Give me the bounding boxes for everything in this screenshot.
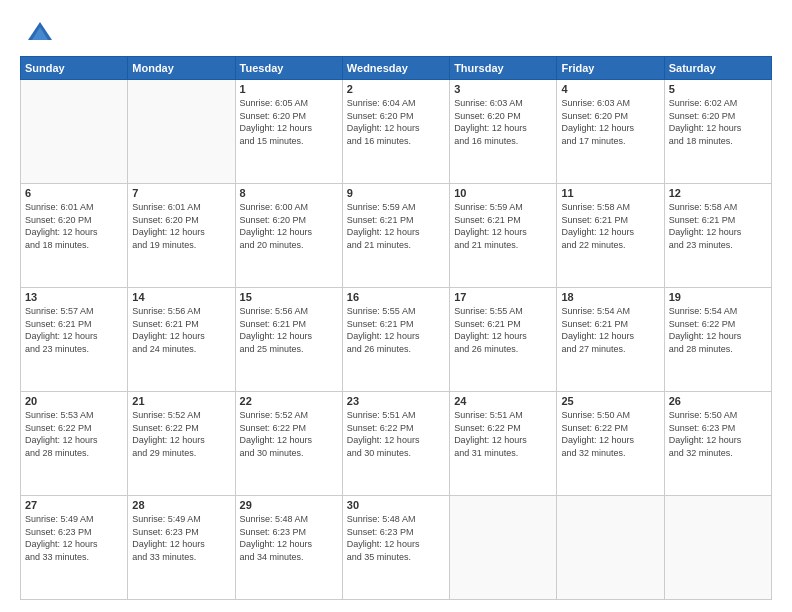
calendar-cell: 11Sunrise: 5:58 AM Sunset: 6:21 PM Dayli… bbox=[557, 184, 664, 288]
day-number: 17 bbox=[454, 291, 552, 303]
day-info: Sunrise: 5:57 AM Sunset: 6:21 PM Dayligh… bbox=[25, 305, 123, 355]
header bbox=[20, 18, 772, 46]
calendar-cell: 1Sunrise: 6:05 AM Sunset: 6:20 PM Daylig… bbox=[235, 80, 342, 184]
day-number: 14 bbox=[132, 291, 230, 303]
day-info: Sunrise: 5:53 AM Sunset: 6:22 PM Dayligh… bbox=[25, 409, 123, 459]
day-info: Sunrise: 6:01 AM Sunset: 6:20 PM Dayligh… bbox=[25, 201, 123, 251]
weekday-header-row: SundayMondayTuesdayWednesdayThursdayFrid… bbox=[21, 57, 772, 80]
calendar-cell: 17Sunrise: 5:55 AM Sunset: 6:21 PM Dayli… bbox=[450, 288, 557, 392]
weekday-header-thursday: Thursday bbox=[450, 57, 557, 80]
calendar-cell: 30Sunrise: 5:48 AM Sunset: 6:23 PM Dayli… bbox=[342, 496, 449, 600]
day-number: 28 bbox=[132, 499, 230, 511]
weekday-header-wednesday: Wednesday bbox=[342, 57, 449, 80]
day-info: Sunrise: 6:03 AM Sunset: 6:20 PM Dayligh… bbox=[561, 97, 659, 147]
day-info: Sunrise: 5:48 AM Sunset: 6:23 PM Dayligh… bbox=[347, 513, 445, 563]
day-number: 7 bbox=[132, 187, 230, 199]
day-number: 30 bbox=[347, 499, 445, 511]
day-number: 16 bbox=[347, 291, 445, 303]
page: SundayMondayTuesdayWednesdayThursdayFrid… bbox=[0, 0, 792, 612]
calendar-cell: 25Sunrise: 5:50 AM Sunset: 6:22 PM Dayli… bbox=[557, 392, 664, 496]
calendar-cell: 23Sunrise: 5:51 AM Sunset: 6:22 PM Dayli… bbox=[342, 392, 449, 496]
day-info: Sunrise: 5:59 AM Sunset: 6:21 PM Dayligh… bbox=[454, 201, 552, 251]
calendar-cell: 8Sunrise: 6:00 AM Sunset: 6:20 PM Daylig… bbox=[235, 184, 342, 288]
day-info: Sunrise: 5:50 AM Sunset: 6:23 PM Dayligh… bbox=[669, 409, 767, 459]
weekday-header-friday: Friday bbox=[557, 57, 664, 80]
day-info: Sunrise: 5:55 AM Sunset: 6:21 PM Dayligh… bbox=[454, 305, 552, 355]
day-info: Sunrise: 5:54 AM Sunset: 6:22 PM Dayligh… bbox=[669, 305, 767, 355]
day-number: 4 bbox=[561, 83, 659, 95]
calendar-cell bbox=[450, 496, 557, 600]
day-number: 26 bbox=[669, 395, 767, 407]
day-info: Sunrise: 5:58 AM Sunset: 6:21 PM Dayligh… bbox=[561, 201, 659, 251]
day-number: 27 bbox=[25, 499, 123, 511]
weekday-header-tuesday: Tuesday bbox=[235, 57, 342, 80]
day-number: 6 bbox=[25, 187, 123, 199]
day-number: 11 bbox=[561, 187, 659, 199]
calendar-cell: 14Sunrise: 5:56 AM Sunset: 6:21 PM Dayli… bbox=[128, 288, 235, 392]
day-info: Sunrise: 5:51 AM Sunset: 6:22 PM Dayligh… bbox=[454, 409, 552, 459]
calendar-table: SundayMondayTuesdayWednesdayThursdayFrid… bbox=[20, 56, 772, 600]
calendar-cell: 28Sunrise: 5:49 AM Sunset: 6:23 PM Dayli… bbox=[128, 496, 235, 600]
calendar-cell: 21Sunrise: 5:52 AM Sunset: 6:22 PM Dayli… bbox=[128, 392, 235, 496]
day-number: 10 bbox=[454, 187, 552, 199]
day-info: Sunrise: 5:51 AM Sunset: 6:22 PM Dayligh… bbox=[347, 409, 445, 459]
calendar-cell: 7Sunrise: 6:01 AM Sunset: 6:20 PM Daylig… bbox=[128, 184, 235, 288]
day-number: 13 bbox=[25, 291, 123, 303]
day-info: Sunrise: 6:01 AM Sunset: 6:20 PM Dayligh… bbox=[132, 201, 230, 251]
day-info: Sunrise: 6:05 AM Sunset: 6:20 PM Dayligh… bbox=[240, 97, 338, 147]
day-info: Sunrise: 5:49 AM Sunset: 6:23 PM Dayligh… bbox=[25, 513, 123, 563]
weekday-header-saturday: Saturday bbox=[664, 57, 771, 80]
calendar-cell bbox=[21, 80, 128, 184]
day-info: Sunrise: 5:58 AM Sunset: 6:21 PM Dayligh… bbox=[669, 201, 767, 251]
day-info: Sunrise: 5:54 AM Sunset: 6:21 PM Dayligh… bbox=[561, 305, 659, 355]
day-info: Sunrise: 5:56 AM Sunset: 6:21 PM Dayligh… bbox=[132, 305, 230, 355]
day-number: 5 bbox=[669, 83, 767, 95]
day-info: Sunrise: 6:03 AM Sunset: 6:20 PM Dayligh… bbox=[454, 97, 552, 147]
calendar-cell: 2Sunrise: 6:04 AM Sunset: 6:20 PM Daylig… bbox=[342, 80, 449, 184]
day-number: 2 bbox=[347, 83, 445, 95]
day-info: Sunrise: 6:04 AM Sunset: 6:20 PM Dayligh… bbox=[347, 97, 445, 147]
calendar-cell: 16Sunrise: 5:55 AM Sunset: 6:21 PM Dayli… bbox=[342, 288, 449, 392]
day-number: 15 bbox=[240, 291, 338, 303]
day-number: 25 bbox=[561, 395, 659, 407]
logo bbox=[20, 18, 54, 46]
day-number: 12 bbox=[669, 187, 767, 199]
calendar-cell: 26Sunrise: 5:50 AM Sunset: 6:23 PM Dayli… bbox=[664, 392, 771, 496]
day-info: Sunrise: 5:48 AM Sunset: 6:23 PM Dayligh… bbox=[240, 513, 338, 563]
calendar-cell: 13Sunrise: 5:57 AM Sunset: 6:21 PM Dayli… bbox=[21, 288, 128, 392]
calendar-cell: 12Sunrise: 5:58 AM Sunset: 6:21 PM Dayli… bbox=[664, 184, 771, 288]
calendar-cell: 22Sunrise: 5:52 AM Sunset: 6:22 PM Dayli… bbox=[235, 392, 342, 496]
day-info: Sunrise: 5:52 AM Sunset: 6:22 PM Dayligh… bbox=[132, 409, 230, 459]
day-info: Sunrise: 5:59 AM Sunset: 6:21 PM Dayligh… bbox=[347, 201, 445, 251]
day-number: 1 bbox=[240, 83, 338, 95]
calendar-week-4: 20Sunrise: 5:53 AM Sunset: 6:22 PM Dayli… bbox=[21, 392, 772, 496]
calendar-week-2: 6Sunrise: 6:01 AM Sunset: 6:20 PM Daylig… bbox=[21, 184, 772, 288]
weekday-header-sunday: Sunday bbox=[21, 57, 128, 80]
calendar-cell: 18Sunrise: 5:54 AM Sunset: 6:21 PM Dayli… bbox=[557, 288, 664, 392]
calendar-cell: 27Sunrise: 5:49 AM Sunset: 6:23 PM Dayli… bbox=[21, 496, 128, 600]
weekday-header-monday: Monday bbox=[128, 57, 235, 80]
day-info: Sunrise: 5:52 AM Sunset: 6:22 PM Dayligh… bbox=[240, 409, 338, 459]
day-number: 3 bbox=[454, 83, 552, 95]
day-info: Sunrise: 6:00 AM Sunset: 6:20 PM Dayligh… bbox=[240, 201, 338, 251]
day-info: Sunrise: 5:55 AM Sunset: 6:21 PM Dayligh… bbox=[347, 305, 445, 355]
day-number: 19 bbox=[669, 291, 767, 303]
calendar-week-3: 13Sunrise: 5:57 AM Sunset: 6:21 PM Dayli… bbox=[21, 288, 772, 392]
calendar-cell: 5Sunrise: 6:02 AM Sunset: 6:20 PM Daylig… bbox=[664, 80, 771, 184]
day-info: Sunrise: 5:49 AM Sunset: 6:23 PM Dayligh… bbox=[132, 513, 230, 563]
day-number: 22 bbox=[240, 395, 338, 407]
day-number: 29 bbox=[240, 499, 338, 511]
day-number: 8 bbox=[240, 187, 338, 199]
calendar-cell bbox=[128, 80, 235, 184]
logo-icon bbox=[26, 18, 54, 46]
calendar-cell: 6Sunrise: 6:01 AM Sunset: 6:20 PM Daylig… bbox=[21, 184, 128, 288]
calendar-cell bbox=[664, 496, 771, 600]
day-info: Sunrise: 5:56 AM Sunset: 6:21 PM Dayligh… bbox=[240, 305, 338, 355]
calendar-cell: 19Sunrise: 5:54 AM Sunset: 6:22 PM Dayli… bbox=[664, 288, 771, 392]
day-number: 21 bbox=[132, 395, 230, 407]
day-number: 24 bbox=[454, 395, 552, 407]
calendar-cell: 20Sunrise: 5:53 AM Sunset: 6:22 PM Dayli… bbox=[21, 392, 128, 496]
day-number: 20 bbox=[25, 395, 123, 407]
calendar-cell: 9Sunrise: 5:59 AM Sunset: 6:21 PM Daylig… bbox=[342, 184, 449, 288]
calendar-cell bbox=[557, 496, 664, 600]
